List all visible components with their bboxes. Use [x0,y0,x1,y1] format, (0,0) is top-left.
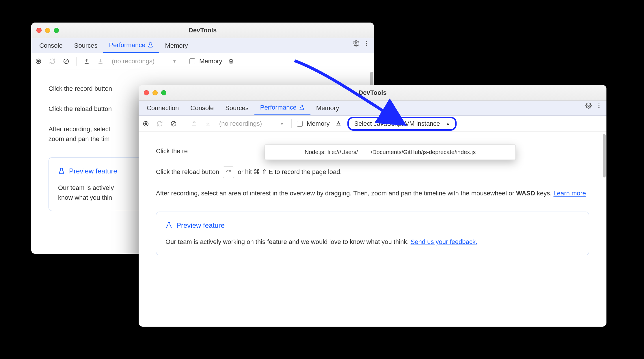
zoom-button[interactable] [161,90,166,95]
learn-more-link[interactable]: Learn more [554,190,586,197]
download-icon[interactable] [203,119,213,129]
svg-point-0 [355,42,357,44]
window-title: DevTools [189,27,217,34]
chevron-down-icon: ▼ [280,121,284,126]
flask-icon [299,105,305,110]
zoom-button[interactable] [54,28,59,33]
title-bar: DevTools [31,23,374,38]
memory-checkbox[interactable] [189,58,195,64]
svg-point-2 [366,43,367,44]
more-menu-icon[interactable] [361,38,372,49]
upload-icon[interactable] [82,56,92,66]
minimize-button[interactable] [45,28,50,33]
memory-checkbox[interactable] [297,121,303,127]
settings-icon[interactable] [583,101,594,111]
content-area: Click the re Click the reload button or … [139,132,606,327]
vm-instance-dropdown: Node.js: file:///Users/ /Documents/GitHu… [265,145,516,160]
memory-label: Memory [199,58,222,65]
chevron-up-icon: ▲ [446,121,450,126]
collect-garbage-icon[interactable] [334,119,343,129]
tab-connection[interactable]: Connection [141,101,185,115]
vm-instance-option[interactable]: Node.js: file:///Users/ /Documents/GitHu… [265,145,515,160]
svg-point-5 [37,60,40,62]
close-button[interactable] [36,28,42,33]
performance-toolbar: (no recordings)▼ Memory [31,53,374,69]
reload-icon[interactable] [47,56,57,66]
reload-icon[interactable] [155,119,165,129]
window-title: DevTools [358,89,386,97]
devtools-window-front: DevTools Connection Console Sources Perf… [139,85,606,327]
svg-point-10 [598,107,600,108]
settings-icon[interactable] [351,38,361,49]
tab-performance[interactable]: Performance [103,38,159,53]
download-icon[interactable] [96,56,105,66]
memory-label: Memory [307,120,330,127]
flask-icon [148,42,153,48]
tab-memory[interactable]: Memory [159,38,193,53]
title-bar: DevTools [139,85,606,101]
record-icon[interactable] [33,56,43,66]
tab-sources[interactable]: Sources [68,38,103,53]
svg-point-12 [144,122,147,125]
trash-icon[interactable] [226,56,236,66]
svg-point-7 [588,105,589,107]
tab-bar: Console Sources Performance Memory [31,38,374,53]
after-instruction: After recording, select an area of inter… [156,188,589,198]
clear-icon[interactable] [169,119,178,129]
feedback-link[interactable]: Send us your feedback. [411,238,477,245]
tab-bar: Connection Console Sources Performance M… [139,101,606,116]
tab-memory[interactable]: Memory [310,101,345,115]
traffic-lights [144,90,166,95]
traffic-lights [36,28,59,33]
minimize-button[interactable] [152,90,158,95]
clear-icon[interactable] [61,56,71,66]
flask-icon [165,222,172,229]
vm-instance-selector[interactable]: Select JavaScript VM instance ▲ [347,117,457,131]
recording-selector[interactable]: (no recordings)▼ [109,58,179,65]
more-menu-icon[interactable] [594,101,604,111]
scrollbar-thumb[interactable] [603,134,606,177]
reload-inline-icon [223,166,234,178]
close-button[interactable] [144,90,149,95]
upload-icon[interactable] [189,119,199,129]
svg-point-8 [598,103,600,105]
performance-toolbar: (no recordings)▼ Memory Select JavaScrip… [139,116,606,132]
tab-console[interactable]: Console [185,101,219,115]
tab-sources[interactable]: Sources [219,101,254,115]
reload-instruction: Click the reload button or hit ⌘ ⇧ E to … [156,166,589,178]
svg-point-9 [598,105,600,106]
chevron-down-icon: ▼ [172,59,176,64]
record-icon[interactable] [141,119,151,129]
svg-point-1 [366,41,367,42]
preview-feature-card: Preview feature Our team is actively wor… [156,212,589,255]
svg-point-3 [366,45,367,46]
recording-selector[interactable]: (no recordings)▼ [217,120,286,127]
tab-console[interactable]: Console [33,38,68,53]
preview-feature-heading: Preview feature [165,220,580,231]
flask-icon [58,168,65,175]
tab-performance[interactable]: Performance [254,101,310,115]
